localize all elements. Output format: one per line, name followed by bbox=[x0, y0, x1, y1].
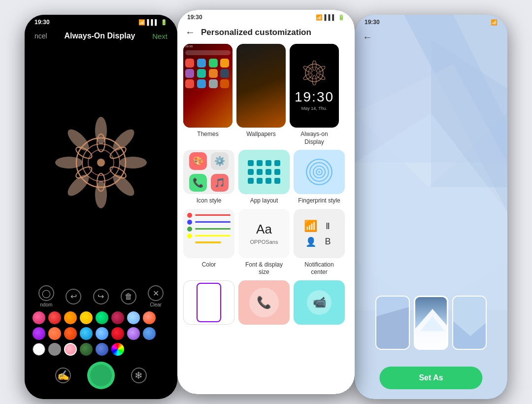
person-notif-icon: 👤 bbox=[304, 236, 317, 247]
fingerprint-item[interactable]: Fingerprint style bbox=[294, 150, 345, 205]
icon-style-label: Icon style bbox=[197, 197, 222, 205]
color-dot[interactable] bbox=[111, 311, 124, 324]
top-bar-right: ← bbox=[355, 28, 507, 45]
font-item[interactable]: Aa OPPOSans Font & display size bbox=[238, 209, 290, 276]
time-center: 19:30 bbox=[187, 14, 202, 21]
back-button-right[interactable]: ← bbox=[363, 32, 372, 43]
svg-point-17 bbox=[97, 159, 105, 167]
back-button-center[interactable]: ← bbox=[185, 27, 195, 38]
color-dot[interactable] bbox=[33, 327, 45, 340]
color-dot[interactable] bbox=[96, 327, 108, 340]
battery-icon: 🔋 bbox=[161, 19, 167, 26]
color-dot[interactable] bbox=[33, 343, 45, 356]
color-dot[interactable] bbox=[48, 311, 61, 324]
notif-label: Notification center bbox=[304, 261, 333, 276]
video-item[interactable]: 📹 bbox=[294, 280, 345, 325]
wifi-icon: 📶 bbox=[138, 19, 145, 26]
color-card[interactable] bbox=[183, 209, 234, 258]
svg-point-19 bbox=[308, 67, 320, 79]
video-card[interactable]: 📹 bbox=[294, 280, 345, 325]
delete-tool[interactable]: 🗑 bbox=[121, 289, 136, 304]
wifi-icon-r: 📶 bbox=[491, 19, 498, 26]
app-layout-item[interactable]: App layout bbox=[238, 150, 290, 205]
color-dot[interactable] bbox=[64, 327, 77, 340]
color-dot[interactable] bbox=[96, 343, 108, 356]
color-dot[interactable] bbox=[64, 343, 77, 356]
phone-center: 19:30 📶 ▌▌▌ 🔋 ← Personalized customizati… bbox=[177, 10, 355, 394]
aod-item[interactable]: 19:30 May 14, Thu. Always-on Display bbox=[290, 44, 339, 146]
notif-card[interactable]: 📶 Ⅱ 👤 B bbox=[294, 209, 345, 258]
lockscreen-item[interactable] bbox=[183, 280, 234, 325]
icon-style-item[interactable]: 🎨 ⚙️ 📞 🎵 Icon style bbox=[183, 150, 234, 205]
color-dot[interactable] bbox=[111, 343, 124, 356]
color-dot[interactable] bbox=[48, 327, 61, 340]
cancel-label[interactable]: ncel bbox=[34, 32, 47, 40]
themes-card[interactable]: 19:30 bbox=[183, 44, 233, 128]
color-dot[interactable] bbox=[143, 311, 156, 324]
aod-preview bbox=[25, 44, 177, 280]
aod-card[interactable]: 19:30 May 14, Thu. bbox=[290, 44, 339, 128]
row3: Color Aa OPPOSans Font & display size 📶 bbox=[183, 209, 349, 276]
brush-icon[interactable]: ✍ bbox=[55, 368, 71, 383]
capture-button[interactable] bbox=[87, 362, 115, 389]
color-dot[interactable] bbox=[80, 311, 93, 324]
wifi-icon-c: 📶 bbox=[316, 14, 323, 21]
aod-label: Always-on Display bbox=[300, 131, 328, 146]
color-label: Color bbox=[202, 261, 216, 269]
color-dot[interactable] bbox=[80, 343, 93, 356]
fingerprint-label: Fingerprint style bbox=[298, 197, 340, 205]
color-dot[interactable] bbox=[64, 311, 77, 324]
notif-item[interactable]: 📶 Ⅱ 👤 B Notification center bbox=[294, 209, 345, 276]
font-card[interactable]: Aa OPPOSans bbox=[238, 209, 290, 258]
top-bar-left: ncel Always-On Display Next bbox=[25, 28, 177, 44]
next-button[interactable]: Next bbox=[152, 32, 167, 40]
app-layout-card[interactable] bbox=[238, 150, 290, 194]
status-icons-left: 📶 ▌▌▌ 🔋 bbox=[138, 19, 167, 26]
aod-date-display: May 14, Thu. bbox=[301, 106, 327, 111]
wifi-notif-icon: 📶 bbox=[304, 220, 317, 233]
undo-tool[interactable]: ↩ bbox=[66, 289, 81, 304]
color-row-1 bbox=[33, 311, 169, 324]
wallpapers-item[interactable]: Wallpapers bbox=[236, 44, 286, 146]
tools-row: ◯ ndom ↩ ↪ 🗑 ✕ Clear bbox=[33, 285, 169, 307]
lockscreen-card[interactable] bbox=[183, 280, 234, 325]
svg-point-30 bbox=[318, 171, 320, 172]
color-item[interactable]: Color bbox=[183, 209, 234, 276]
color-dot[interactable] bbox=[127, 327, 140, 340]
random-tool[interactable]: ◯ ndom bbox=[38, 285, 54, 307]
right-phone-content: 19:30 📶 ← bbox=[355, 15, 507, 399]
color-dot[interactable] bbox=[143, 327, 156, 340]
color-row-2 bbox=[33, 327, 169, 340]
wp-thumb-1[interactable] bbox=[375, 296, 410, 350]
color-dot[interactable] bbox=[96, 311, 108, 324]
wp-thumb-3[interactable] bbox=[452, 296, 487, 350]
bottom-icons: ✍ ❄ bbox=[33, 359, 169, 389]
clear-tool[interactable]: ✕ Clear bbox=[148, 285, 164, 307]
ringtone-card[interactable]: 📞 bbox=[238, 280, 290, 325]
status-icons-center: 📶 ▌▌▌ 🔋 bbox=[316, 14, 345, 21]
snowflake-svg bbox=[52, 113, 150, 212]
font-name: OPPOSans bbox=[250, 239, 278, 245]
color-dot[interactable] bbox=[127, 311, 140, 324]
color-dot[interactable] bbox=[80, 327, 93, 340]
bluetooth-notif-icon: B bbox=[321, 236, 334, 247]
status-bar-left: 19:30 📶 ▌▌▌ 🔋 bbox=[25, 15, 177, 28]
ringtone-item[interactable]: 📞 bbox=[238, 280, 290, 325]
fingerprint-card[interactable] bbox=[294, 150, 345, 194]
effect-icon[interactable]: ❄ bbox=[131, 368, 147, 383]
wp-thumb-2[interactable] bbox=[414, 296, 448, 350]
icon-style-card[interactable]: 🎨 ⚙️ 📞 🎵 bbox=[183, 150, 234, 194]
redo-tool[interactable]: ↪ bbox=[93, 289, 109, 304]
phone-left: 19:30 📶 ▌▌▌ 🔋 ncel Always-On Display Nex… bbox=[25, 15, 177, 399]
wallpapers-card[interactable] bbox=[236, 44, 286, 128]
set-as-button[interactable]: Set As bbox=[379, 367, 482, 389]
color-row-3 bbox=[33, 343, 169, 356]
color-dot[interactable] bbox=[111, 327, 124, 340]
color-palette bbox=[33, 311, 169, 356]
color-dot[interactable] bbox=[48, 343, 61, 356]
themes-item[interactable]: 19:30 bbox=[183, 44, 233, 146]
time-left: 19:30 bbox=[34, 19, 50, 26]
grid-section: 19:30 bbox=[177, 40, 355, 394]
themes-label: Themes bbox=[197, 131, 218, 138]
color-dot[interactable] bbox=[33, 311, 45, 324]
